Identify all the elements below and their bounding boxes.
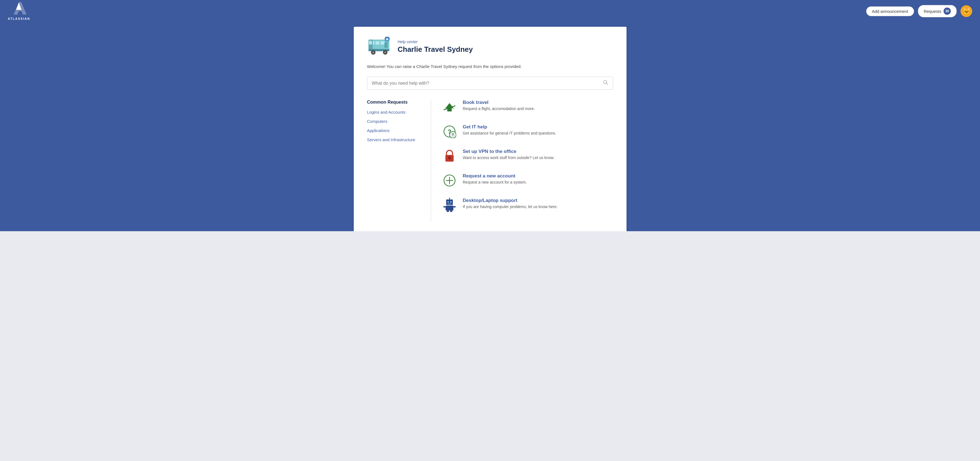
sidebar-item-logins[interactable]: Logins and Accounts bbox=[367, 110, 425, 115]
svg-rect-3 bbox=[380, 41, 384, 45]
new-account-title[interactable]: Request a new account bbox=[463, 173, 527, 179]
list-item: Desktop/Laptop support If you are having… bbox=[442, 198, 613, 212]
help-center-header: Help center Charlie Travel Sydney bbox=[367, 37, 613, 56]
svg-rect-34 bbox=[443, 206, 445, 207]
new-account-desc: Request a new account for a system. bbox=[463, 180, 527, 184]
requests-button[interactable]: Requests 30 bbox=[918, 5, 957, 17]
request-list: Book travel Request a flight, accomodati… bbox=[431, 100, 613, 222]
list-item: Request a new account Request a new acco… bbox=[442, 173, 613, 188]
sidebar-item-computers[interactable]: Computers bbox=[367, 119, 425, 124]
logo[interactable]: ATLASSIAN bbox=[8, 2, 30, 20]
svg-rect-36 bbox=[447, 211, 449, 212]
vpn-desc: Want to access work stuff from outside? … bbox=[463, 155, 554, 160]
it-help-info: Get IT help Get assistance for general I… bbox=[463, 124, 556, 136]
svg-rect-30 bbox=[447, 204, 452, 204]
sidebar-heading: Common Requests bbox=[367, 100, 425, 105]
avatar[interactable]: 🐱 bbox=[961, 5, 972, 17]
help-center-info: Help center Charlie Travel Sydney bbox=[398, 40, 473, 54]
desktop-support-title[interactable]: Desktop/Laptop support bbox=[463, 198, 558, 203]
page-title: Charlie Travel Sydney bbox=[398, 45, 473, 54]
svg-rect-6 bbox=[369, 41, 372, 45]
svg-rect-33 bbox=[445, 206, 453, 211]
header-actions: Add announcement Requests 30 🐱 bbox=[866, 5, 972, 17]
blue-background: Help center Charlie Travel Sydney Welcom… bbox=[0, 22, 980, 231]
list-item: Book travel Request a flight, accomodati… bbox=[442, 100, 613, 114]
welcome-text: Welcome! You can raise a Charlie Travel … bbox=[367, 64, 613, 69]
svg-point-9 bbox=[372, 51, 374, 53]
it-help-title[interactable]: Get IT help bbox=[463, 124, 556, 130]
list-item: ? ? Get IT help Get assistance for gener… bbox=[442, 124, 613, 139]
svg-rect-23 bbox=[449, 158, 450, 160]
search-icon bbox=[603, 80, 608, 87]
vpn-icon bbox=[442, 149, 457, 163]
svg-rect-37 bbox=[450, 211, 452, 212]
svg-rect-4 bbox=[384, 42, 388, 48]
svg-rect-35 bbox=[453, 206, 456, 207]
breadcrumb[interactable]: Help center bbox=[398, 40, 473, 44]
content-layout: Common Requests Logins and Accounts Comp… bbox=[367, 100, 613, 222]
new-account-info: Request a new account Request a new acco… bbox=[463, 173, 527, 184]
svg-line-15 bbox=[606, 83, 608, 85]
svg-rect-16 bbox=[449, 109, 450, 112]
search-bar bbox=[367, 77, 613, 90]
svg-point-29 bbox=[450, 201, 452, 203]
book-travel-title[interactable]: Book travel bbox=[463, 100, 535, 105]
desktop-support-desc: If you are having computer problems, let… bbox=[463, 204, 558, 209]
requests-label: Requests bbox=[924, 9, 941, 14]
search-input[interactable] bbox=[372, 81, 603, 86]
sidebar: Common Requests Logins and Accounts Comp… bbox=[367, 100, 431, 222]
svg-point-13 bbox=[386, 38, 388, 40]
it-help-desc: Get assistance for general IT problems a… bbox=[463, 131, 556, 136]
it-help-icon: ? ? bbox=[442, 124, 457, 139]
sidebar-item-applications[interactable]: Applications bbox=[367, 128, 425, 133]
bus-icon bbox=[367, 37, 392, 56]
list-item: Set up VPN to the office Want to access … bbox=[442, 149, 613, 163]
vpn-title[interactable]: Set up VPN to the office bbox=[463, 149, 554, 154]
desktop-support-info: Desktop/Laptop support If you are having… bbox=[463, 198, 558, 209]
book-travel-info: Book travel Request a flight, accomodati… bbox=[463, 100, 535, 111]
add-announcement-button[interactable]: Add announcement bbox=[866, 6, 914, 16]
main-card: Help center Charlie Travel Sydney Welcom… bbox=[354, 27, 627, 231]
gray-bottom bbox=[0, 231, 980, 287]
header: ATLASSIAN Add announcement Requests 30 🐱 bbox=[0, 0, 980, 22]
svg-point-28 bbox=[447, 201, 449, 203]
svg-point-32 bbox=[449, 198, 450, 199]
book-travel-desc: Request a flight, accomodation and more. bbox=[463, 107, 535, 111]
desktop-support-icon bbox=[442, 198, 457, 212]
svg-text:?: ? bbox=[452, 132, 454, 137]
logo-text: ATLASSIAN bbox=[8, 17, 30, 20]
svg-rect-2 bbox=[375, 41, 379, 45]
sidebar-item-servers[interactable]: Servers and Infrastructure bbox=[367, 137, 425, 142]
vpn-info: Set up VPN to the office Want to access … bbox=[463, 149, 554, 160]
svg-point-11 bbox=[384, 51, 386, 53]
requests-badge: 30 bbox=[943, 8, 951, 15]
book-travel-icon bbox=[442, 100, 457, 114]
new-account-icon bbox=[442, 173, 457, 188]
